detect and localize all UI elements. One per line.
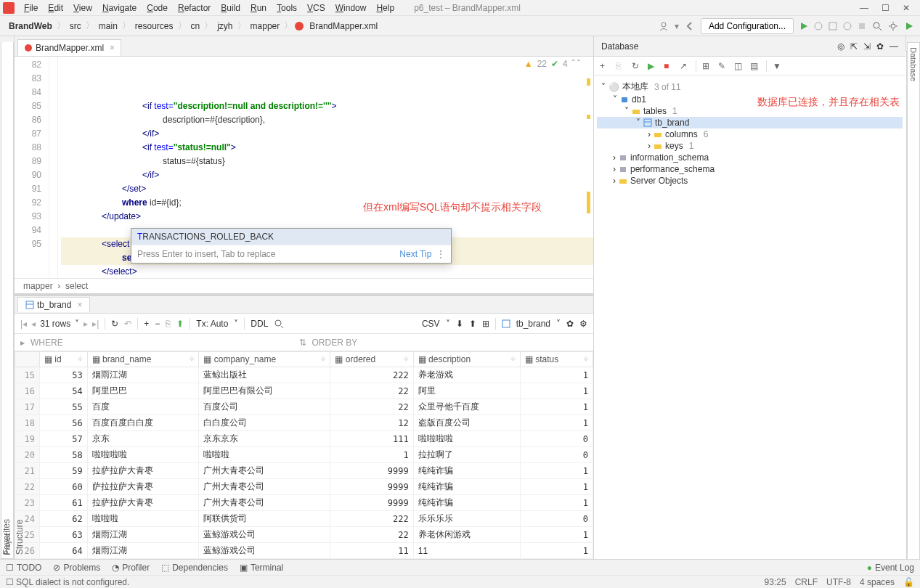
- close-icon[interactable]: ✕: [903, 3, 910, 13]
- menu-vcs[interactable]: VCS: [302, 1, 330, 15]
- duplicate-icon[interactable]: ⎘: [616, 61, 626, 71]
- breadcrumb-segment[interactable]: jzyh: [214, 20, 235, 33]
- problems-tab[interactable]: ⊘ Problems: [53, 563, 100, 573]
- code-editor[interactable]: ▲22 ✔4 ˆ ˇ 8283848586878889909192939495 …: [15, 57, 593, 278]
- todo-tab[interactable]: ☐ TODO: [6, 563, 41, 573]
- filter-icon[interactable]: ▼: [773, 61, 783, 71]
- run-icon[interactable]: [799, 22, 808, 30]
- breadcrumb-project[interactable]: BrandWeb: [6, 20, 55, 33]
- jump-icon[interactable]: ↗: [680, 61, 690, 71]
- dependencies-tab[interactable]: ⬚ Dependencies: [161, 563, 228, 573]
- stop-icon[interactable]: ■: [664, 61, 674, 71]
- close-tab-icon[interactable]: ×: [110, 43, 115, 53]
- favorites-tool-tab[interactable]: Favorites: [0, 515, 13, 559]
- prev-page-icon[interactable]: ◂: [31, 319, 36, 329]
- fold-gutter[interactable]: [49, 57, 58, 278]
- caret-position[interactable]: 93:25: [765, 577, 786, 587]
- search-icon[interactable]: [274, 319, 284, 329]
- breadcrumb-segment[interactable]: cn: [188, 20, 203, 33]
- table-view-icon[interactable]: ⊞: [702, 61, 712, 71]
- breadcrumb-segment[interactable]: src: [67, 20, 84, 33]
- event-log[interactable]: ● Event Log: [867, 563, 914, 573]
- menu-help[interactable]: Help: [371, 1, 399, 15]
- error-stripe[interactable]: [583, 57, 593, 278]
- csv-export[interactable]: CSV: [422, 319, 440, 329]
- menu-edit[interactable]: Edit: [43, 1, 68, 15]
- stop-icon[interactable]: [858, 22, 866, 30]
- breadcrumb-file[interactable]: BrandMapper.xml: [306, 20, 380, 33]
- menu-tools[interactable]: Tools: [272, 1, 302, 15]
- breadcrumb-segment[interactable]: main: [96, 20, 121, 33]
- download-icon[interactable]: ⬇: [456, 319, 463, 329]
- debug-icon[interactable]: [814, 22, 823, 30]
- where-input[interactable]: [69, 338, 293, 348]
- menu-file[interactable]: File: [19, 1, 43, 15]
- add-row-icon[interactable]: +: [144, 319, 149, 329]
- menu-run[interactable]: Run: [245, 1, 272, 15]
- menu-navigate[interactable]: Navigate: [97, 1, 142, 15]
- remove-row-icon[interactable]: −: [155, 319, 160, 329]
- maximize-icon[interactable]: ☐: [882, 3, 890, 13]
- orderby-input[interactable]: [363, 338, 587, 348]
- completion-item[interactable]: TRANSACTIONS_ROLLED_BACK: [131, 229, 451, 245]
- close-data-tab-icon[interactable]: ×: [77, 300, 82, 310]
- settings-icon[interactable]: [888, 21, 898, 31]
- encoding[interactable]: UTF-8: [826, 577, 851, 587]
- settings-icon[interactable]: ⚙: [579, 319, 587, 329]
- pivot-icon[interactable]: ⊞: [482, 319, 489, 329]
- minimize-icon[interactable]: —: [860, 3, 868, 13]
- run-sql-icon[interactable]: ▶: [648, 61, 658, 71]
- edit-icon[interactable]: ✎: [718, 61, 728, 71]
- breadcrumb-segment[interactable]: resources: [132, 20, 176, 33]
- ddl-button[interactable]: DDL: [251, 319, 268, 329]
- settings-icon[interactable]: ✿: [876, 41, 884, 52]
- menu-view[interactable]: View: [68, 1, 97, 15]
- profiler-tab[interactable]: ◔ Profiler: [112, 563, 150, 573]
- editor-tab[interactable]: BrandMapper.xml ×: [17, 39, 121, 56]
- coverage-icon[interactable]: [829, 22, 837, 30]
- table-selector[interactable]: tb_brand: [516, 319, 550, 329]
- refresh-icon[interactable]: ↻: [632, 61, 642, 71]
- diagram-icon[interactable]: ◫: [734, 61, 744, 71]
- data-grid[interactable]: ▦ id ÷▦ brand_name ÷▦ company_name ÷▦ or…: [15, 351, 593, 559]
- tx-mode[interactable]: Tx: Auto: [196, 319, 228, 329]
- structure-tool-tab[interactable]: Structure: [13, 515, 26, 559]
- last-page-icon[interactable]: ▸|: [92, 319, 99, 329]
- menu-window[interactable]: Window: [330, 1, 372, 15]
- menu-build[interactable]: Build: [216, 1, 245, 15]
- view-options-icon[interactable]: ✿: [566, 319, 574, 329]
- revert-icon[interactable]: ↶: [124, 319, 131, 329]
- clone-row-icon[interactable]: ⎘: [166, 319, 171, 329]
- first-page-icon[interactable]: |◂: [20, 319, 27, 329]
- upload-icon[interactable]: ⬆: [469, 319, 476, 329]
- expand-icon[interactable]: ⇱: [850, 41, 858, 52]
- next-page-icon[interactable]: ▸: [84, 319, 88, 329]
- search-icon[interactable]: [872, 21, 882, 31]
- menu-refactor[interactable]: Refactor: [173, 1, 216, 15]
- profile-icon[interactable]: [843, 22, 852, 30]
- collapse-icon[interactable]: ⇲: [863, 41, 871, 52]
- database-tree[interactable]: ˅⚪本地库3 of 11 ˅db1 ˅tables1 ˅tb_brand ›co…: [594, 75, 905, 191]
- breadcrumb-segment[interactable]: mapper: [248, 20, 283, 33]
- next-tip-link[interactable]: Next Tip: [399, 249, 431, 259]
- add-configuration-button[interactable]: Add Configuration...: [701, 18, 794, 34]
- readonly-icon[interactable]: 🔓: [903, 577, 914, 587]
- indent[interactable]: 4 spaces: [860, 577, 895, 587]
- reload-icon[interactable]: ↻: [111, 319, 118, 329]
- menu-code[interactable]: Code: [142, 1, 173, 15]
- hide-icon[interactable]: —: [890, 41, 898, 52]
- user-icon[interactable]: [659, 21, 669, 31]
- database-tool-tab[interactable]: Database: [907, 42, 920, 559]
- scope-icon[interactable]: ◎: [837, 41, 844, 52]
- run-anything-icon[interactable]: [904, 21, 914, 31]
- completion-popup[interactable]: TRANSACTIONS_ROLLED_BACK Press Enter to …: [131, 228, 452, 264]
- submit-icon[interactable]: ⬆: [176, 319, 184, 329]
- terminal-tab[interactable]: ▣ Terminal: [240, 563, 283, 573]
- back-icon[interactable]: [685, 21, 695, 31]
- line-separator[interactable]: CRLF: [795, 577, 818, 587]
- data-tab[interactable]: tb_brand ×: [17, 297, 90, 312]
- editor-breadcrumb[interactable]: mapper › select: [15, 278, 593, 294]
- add-datasource-icon[interactable]: +: [600, 61, 610, 71]
- console-icon[interactable]: ▤: [750, 61, 760, 71]
- project-tool-tab[interactable]: Project: [1, 42, 14, 559]
